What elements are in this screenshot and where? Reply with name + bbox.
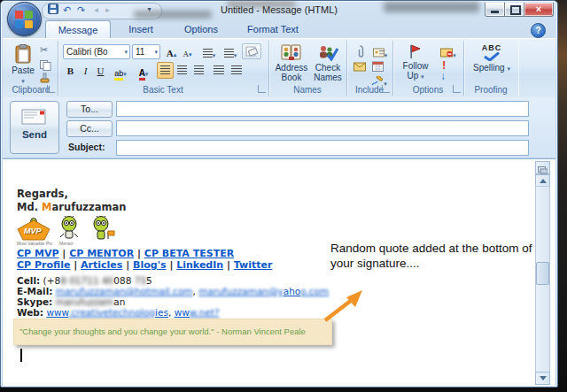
bullets-button[interactable]: ▾	[198, 44, 219, 59]
numbering-button[interactable]: ▾	[219, 44, 240, 59]
underline-button[interactable]: U	[93, 63, 108, 79]
web-link-redacted[interactable]: w.net?	[190, 307, 220, 318]
web-link-redacted[interactable]: .creativetechnolog	[68, 307, 155, 318]
address-book-button[interactable]: Address Book	[272, 42, 311, 85]
options-dialog-launcher[interactable]	[453, 85, 461, 93]
permission-icon	[440, 48, 453, 58]
attach-file-button[interactable]	[352, 44, 368, 59]
link-articles[interactable]: Articles	[81, 259, 122, 271]
cut-button[interactable]: ✂	[40, 44, 48, 56]
attach-item-button[interactable]	[352, 58, 368, 73]
flag-icon	[408, 44, 423, 59]
signature-quote-box: "Change your thoughts and you change you…	[13, 319, 332, 345]
link-linkedin[interactable]: LinkedIn	[176, 259, 223, 271]
cell-part: 088	[113, 275, 134, 286]
help-button[interactable]: ?	[531, 23, 546, 38]
grow-font-button[interactable]: A▴	[163, 43, 180, 59]
link-blogs[interactable]: Blog's	[133, 259, 167, 271]
text-highlight-button[interactable]: ab▾	[109, 63, 132, 79]
link-cp-mentor[interactable]: CP MENTOR	[69, 248, 134, 259]
office-button[interactable]	[7, 2, 42, 36]
ruler-toggle-button[interactable]	[535, 161, 550, 174]
maximize-button[interactable]	[504, 3, 524, 17]
beta-tester-badge	[89, 216, 118, 248]
clear-formatting-button[interactable]	[242, 43, 261, 59]
cc-button[interactable]: Cc...	[66, 120, 113, 137]
check-names-label-1: Check	[310, 63, 346, 73]
text-cursor	[20, 349, 22, 362]
scrollbar-thumb[interactable]	[536, 262, 549, 285]
subject-input[interactable]	[116, 140, 529, 156]
font-name-combo[interactable]: Calibri (Bo ▾	[63, 44, 130, 59]
check-names-button[interactable]: Check Names	[309, 42, 346, 85]
message-body[interactable]: Regards, Md. Marufuzzaman MVP Most Valua…	[3, 158, 555, 386]
paste-label: Paste	[9, 65, 37, 75]
bold-button[interactable]: B	[63, 63, 78, 79]
close-button[interactable]: ×	[524, 3, 554, 17]
format-painter-icon	[40, 73, 51, 83]
calendar-button[interactable]	[369, 58, 385, 73]
scrollbar-down-button[interactable]	[535, 372, 550, 385]
tab-options[interactable]: Options	[173, 20, 229, 38]
link-cp-beta-tester[interactable]: CP BETA TESTER	[144, 248, 234, 259]
link-separator: |	[70, 259, 81, 271]
send-button[interactable]: Send	[10, 101, 59, 154]
redacted-smudge	[384, 2, 479, 12]
minimize-button[interactable]	[485, 3, 505, 17]
to-button[interactable]: To...	[66, 101, 113, 118]
follow-up-button[interactable]: Follow Up ▾	[398, 42, 433, 85]
help-icon: ?	[535, 26, 540, 35]
grow-font-icon: A	[167, 48, 174, 58]
link-separator: |	[122, 259, 133, 271]
to-input[interactable]	[116, 101, 529, 117]
business-card-button[interactable]: ▾	[369, 44, 391, 59]
align-right-button[interactable]	[190, 62, 207, 79]
shrink-font-button[interactable]: A▾	[179, 43, 196, 59]
mvp-badge-text: MVP	[24, 227, 42, 235]
cc-input[interactable]	[116, 120, 529, 136]
web-link[interactable]: www	[46, 307, 68, 318]
align-left-button[interactable]	[157, 62, 174, 79]
align-center-button[interactable]	[174, 62, 190, 79]
email-part-visible[interactable]: aho	[284, 286, 301, 296]
web-link[interactable]: ww	[175, 307, 190, 318]
basic-text-dialog-launcher[interactable]	[258, 85, 266, 93]
email-link-redacted[interactable]: marufuzzaman@hotmail.com	[56, 286, 193, 296]
increase-indent-button[interactable]	[228, 62, 245, 79]
permission-button[interactable]: ▾	[435, 44, 462, 59]
link-cp-mvp[interactable]: CP MVP	[17, 248, 59, 259]
font-color-button[interactable]: A▾	[132, 63, 155, 79]
link-cp-profile[interactable]: CP Profile	[17, 259, 70, 271]
link-separator: |	[223, 259, 234, 271]
signature-name: Md. Marufuzzaman	[17, 201, 126, 213]
paste-button[interactable]: Paste ▾	[8, 42, 38, 85]
contact-skype-line: Skype: marufuzzaman	[17, 296, 125, 307]
ribbon: Paste ▾ ✂ Clipboard Calibri (Bo ▾	[3, 38, 555, 98]
low-importance-button[interactable]: ↓	[440, 70, 446, 82]
include-dialog-launcher[interactable]	[382, 85, 390, 93]
cell-part-redacted: 8 01711 40	[60, 275, 113, 286]
clipboard-dialog-launcher[interactable]	[47, 85, 55, 93]
spelling-button[interactable]: ABC Spelling ▾	[469, 42, 515, 85]
desktop-background: ↶ ↷ ◂ ▸ ▾ Untitled - Message (HTML) × Me…	[0, 0, 567, 392]
email-link-redacted[interactable]: marufuzzaman@y	[198, 286, 283, 296]
tab-format-text[interactable]: Format Text	[235, 20, 311, 38]
scroll-down-icon	[540, 376, 547, 380]
annotation-arrow-icon	[320, 288, 368, 324]
mentor-badge-caption: Mentor	[59, 241, 74, 246]
mentor-badge: Mentor	[58, 216, 82, 248]
web-link[interactable]: ies	[155, 307, 168, 318]
tab-message[interactable]: Message	[45, 20, 111, 39]
font-size-combo[interactable]: 11 ▾	[132, 44, 160, 59]
italic-button[interactable]: I	[78, 63, 93, 79]
cell-label: Cell:	[17, 275, 40, 286]
decrease-indent-button[interactable]	[210, 62, 228, 79]
message-window: ↶ ↷ ◂ ▸ ▾ Untitled - Message (HTML) × Me…	[0, 0, 558, 388]
link-twitter[interactable]: Twitter	[234, 259, 273, 271]
attach-item-icon	[353, 62, 366, 72]
mvp-badge-caption: Most Valuable Pro	[17, 241, 52, 246]
tab-insert[interactable]: Insert	[114, 20, 167, 38]
follow-up-label-2: Up	[407, 71, 418, 81]
abc-icon-text: ABC	[470, 43, 514, 52]
signature-links-row2: CP Profile | Articles | Blog's | LinkedI…	[17, 259, 272, 271]
